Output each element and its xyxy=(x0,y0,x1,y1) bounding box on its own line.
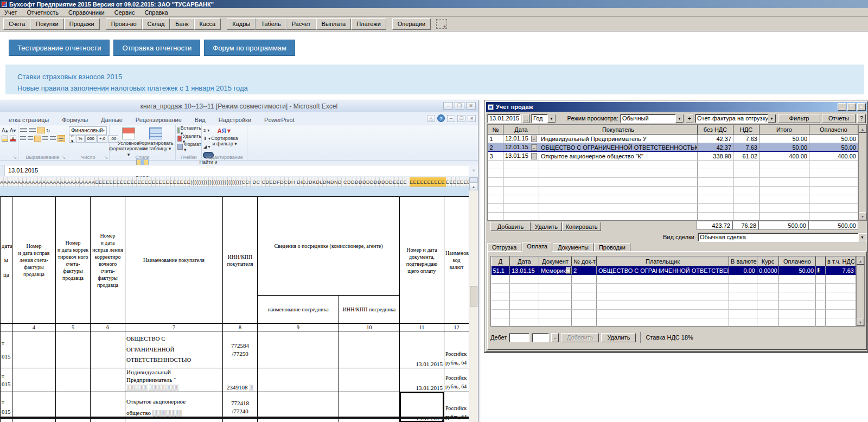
payment-date-cell[interactable]: 13.01.2015 xyxy=(400,331,444,368)
autosum-button[interactable]: Σ ▾ xyxy=(202,126,213,135)
toolbar-platezhi[interactable]: Платежи xyxy=(351,18,386,30)
book-restore-icon[interactable]: ❐ xyxy=(457,115,465,122)
inn-cell[interactable]: 2349108 ░ xyxy=(223,368,258,392)
header-intermediary[interactable]: Сведения о посреднике (комиссионере, аге… xyxy=(258,197,400,296)
name-box[interactable] xyxy=(0,165,5,176)
font-grow-icon[interactable]: A▴ xyxy=(2,127,8,133)
sales-row[interactable]: 3 13.01.15.. Открытое акционерное общест… xyxy=(488,152,858,161)
menu-spravka[interactable]: Справка xyxy=(144,9,168,16)
debit-account-input[interactable] xyxy=(509,333,529,342)
toolbar-bank[interactable]: Банк xyxy=(170,18,194,30)
sales-grid-scrollbar[interactable]: ▲ ▼ xyxy=(858,124,867,221)
currency-cell[interactable]: Российск рубль, 64 xyxy=(444,368,469,392)
tab-formulas[interactable]: Формулы xyxy=(55,115,94,125)
format-cells-button[interactable]: Формат ▾ xyxy=(184,142,201,152)
tab-data[interactable]: Данные xyxy=(94,115,129,125)
toolbar-pokupki[interactable]: Покупки xyxy=(30,18,63,30)
align-top-icon[interactable] xyxy=(20,128,27,133)
align-middle-icon[interactable] xyxy=(29,128,36,133)
row-picker-icon[interactable]: .. xyxy=(531,153,537,159)
header-payment-doc[interactable]: Номер и дата документа, подтверждаю щего… xyxy=(400,197,444,324)
column-headers-strip[interactable]: AAAAAAAAAAAAAAAAAAAAAAAAAAAEEEEEEEEEEEEE… xyxy=(0,177,469,187)
header-currency[interactable]: Наименовани код валют xyxy=(444,197,469,324)
buyer-cell[interactable]: ОБЩЕСТВО С ОГРАНИЧЕННОЙ ОТВЕТСТВЕННОСТЬЮ xyxy=(125,331,223,368)
testing-reports-button[interactable]: Тестирование отчетности xyxy=(9,40,110,56)
sheet-data-row[interactable]: т 015 ОБЩЕСТВО С ОГРАНИЧЕННОЙ ОТВЕТСТВЕН… xyxy=(1,331,469,368)
send-reports-button[interactable]: Отправка отчетности xyxy=(113,40,200,56)
scroll-up-icon[interactable]: ▲ xyxy=(857,257,864,265)
subheader-intermediary-inn[interactable]: ИНН/КПП посредника xyxy=(339,296,400,324)
link-insurance-rates[interactable]: Ставки страховых взносов 2015 xyxy=(17,71,864,82)
payment-date-cell[interactable]: 13.01.2015 xyxy=(400,368,444,392)
sales-close-icon[interactable]: × xyxy=(857,103,866,111)
tab-addins[interactable]: Надстройки xyxy=(212,115,258,125)
header-adjustment-correction[interactable]: Номер и дата исправ ления корректиро воч… xyxy=(91,197,125,324)
sheet-data-row[interactable]: т 015 Индивидуальный Предприниматель ˉ ░… xyxy=(1,368,469,392)
menu-uchet[interactable]: Учет xyxy=(4,9,17,16)
align-bottom-icon[interactable] xyxy=(37,128,44,133)
tab-postings[interactable]: Проводки xyxy=(594,243,630,252)
empty-row[interactable] xyxy=(488,213,858,221)
toolbar-kadry[interactable]: Кадры xyxy=(227,18,256,30)
empty-row[interactable] xyxy=(492,292,856,301)
tab-review[interactable]: Рецензирование xyxy=(129,115,188,125)
scroll-thumb[interactable] xyxy=(470,286,477,306)
sales-row-selected[interactable]: 2 12.01.15.. ОБЩЕСТВО С ОГРАНИЧЕННОЙ ОТВ… xyxy=(488,143,858,152)
toolbar-kassa[interactable]: Касса xyxy=(194,18,221,30)
font-shrink-icon[interactable]: A▾ xyxy=(10,127,16,133)
book-close-icon[interactable]: ✕ xyxy=(468,115,476,122)
help-button[interactable]: ? xyxy=(857,114,866,123)
account-picker-button[interactable]: .. xyxy=(551,333,559,342)
increase-decimal-icon[interactable]: +,0 xyxy=(97,135,107,143)
tab-view[interactable]: Вид xyxy=(188,115,212,125)
scroll-up-icon[interactable]: ▲ xyxy=(859,125,866,133)
payment-row-selected[interactable]: 51.1 13.01.15 Меморик▼ 2 ОБЩЕСТВО С ОГРА… xyxy=(492,266,856,275)
toolbar-customize-icon[interactable] xyxy=(436,19,447,29)
sales-maximize-icon[interactable]: □ xyxy=(847,103,856,111)
toolbar-proizvo[interactable]: Произ-во xyxy=(106,18,142,30)
toolbar-scheta[interactable]: Счета xyxy=(3,18,30,30)
alignment-dialog-launcher-icon[interactable]: ↘ xyxy=(62,155,66,160)
decrease-indent-icon[interactable] xyxy=(42,136,48,141)
empty-row[interactable] xyxy=(488,169,858,178)
buyer-cell[interactable]: Индивидуальный Предприниматель ˉ ░░░░░ ░… xyxy=(125,368,223,392)
currency-cell[interactable]: Российск рубль, 64 xyxy=(444,331,469,368)
col-vat[interactable]: НДС xyxy=(733,125,760,135)
merge-center-icon[interactable] xyxy=(58,135,65,142)
chevron-down-icon[interactable]: ▼ xyxy=(675,114,684,123)
date-picker-button[interactable]: ... xyxy=(522,114,529,123)
chevron-down-icon[interactable]: ▼ xyxy=(547,114,556,123)
toolbar-operacii[interactable]: Операции xyxy=(392,18,431,30)
number-format-dropdown[interactable]: Финансовый▾ xyxy=(69,126,107,135)
col-date[interactable]: Дата xyxy=(503,125,539,135)
empty-row[interactable] xyxy=(492,275,856,284)
empty-row[interactable] xyxy=(488,178,858,187)
add-button[interactable]: Добавить xyxy=(490,222,531,231)
payments-scrollbar[interactable]: ▲ ▼ xyxy=(856,256,865,327)
align-center-icon[interactable] xyxy=(28,136,34,141)
view-mode-dropdown[interactable]: Обычный▼ xyxy=(620,114,684,123)
sales-minimize-icon[interactable]: _ xyxy=(838,103,846,111)
menu-spravochniki[interactable]: Справочники xyxy=(68,9,105,16)
increase-indent-icon[interactable] xyxy=(50,136,56,141)
toolbar-tabel[interactable]: Табель xyxy=(256,18,286,30)
formula-input[interactable]: 13.01.2015 xyxy=(5,165,469,176)
col-novat[interactable]: без НДС xyxy=(698,125,733,135)
col-num[interactable]: № xyxy=(488,125,503,135)
doc-type-dropdown[interactable]: Счет-фактура на отгрузку▼ xyxy=(695,114,776,123)
header-col-cut[interactable]: дата ы ца xyxy=(1,197,12,324)
scroll-up-icon[interactable]: ▲ xyxy=(469,182,478,190)
col-buyer[interactable]: Покупатель xyxy=(539,125,698,135)
filter-button[interactable]: Фильтр xyxy=(778,114,820,123)
help-icon[interactable]: ? xyxy=(437,114,445,122)
subheader-intermediary-name[interactable]: наименование посредника xyxy=(258,296,339,324)
font-color-icon[interactable]: А xyxy=(10,136,16,142)
header-buyer-inn[interactable]: ИНН/КПП покупателя xyxy=(223,197,258,324)
empty-row[interactable] xyxy=(492,318,856,327)
delete-payment-button[interactable]: Удалить xyxy=(601,333,636,342)
link-tax-payment-rules[interactable]: Новые правила заполнения налоговых плате… xyxy=(17,82,864,94)
orientation-icon[interactable]: ↻ xyxy=(46,128,50,133)
excel-minimize-icon[interactable]: ─ xyxy=(443,102,453,110)
percent-style-icon[interactable]: % xyxy=(76,135,84,143)
ribbon-collapse-icon[interactable]: △ xyxy=(427,115,435,122)
